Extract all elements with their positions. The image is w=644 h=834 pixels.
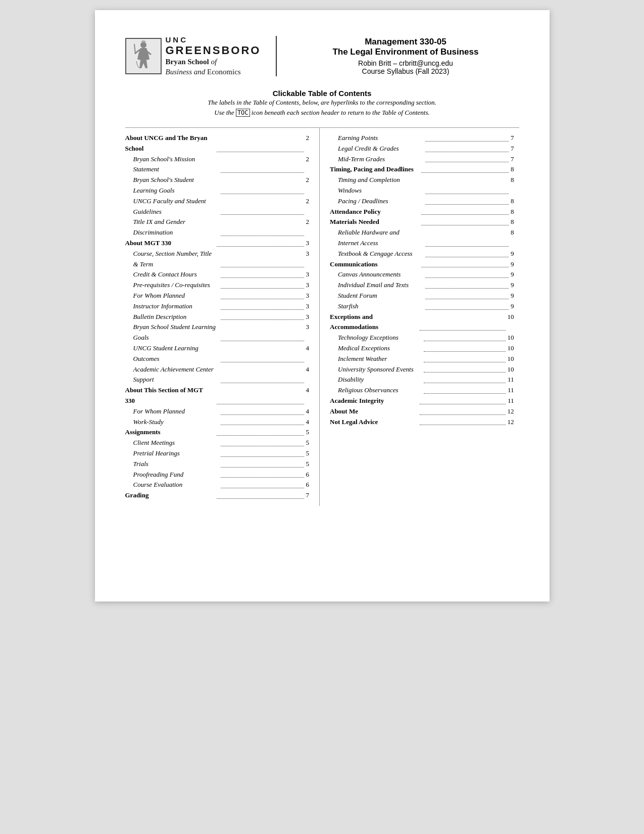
- toc-entry[interactable]: About MGT 3303: [125, 238, 310, 249]
- toc-entry-dots: [420, 396, 506, 404]
- toc-icon: TOC: [236, 109, 250, 117]
- toc-entry[interactable]: Inclement Weather10: [330, 354, 514, 364]
- toc-entry-page: 3: [306, 238, 310, 249]
- page: UNC GREENSBORO Bryan School ofBusiness a…: [95, 10, 550, 601]
- course-title: The Legal Environment of Business: [292, 47, 519, 57]
- toc-entry[interactable]: Bryan School Student Learning Goals3: [125, 322, 310, 343]
- toc-entry-page: 6: [306, 470, 310, 480]
- toc-entry-page: 4: [306, 343, 310, 364]
- toc-entry-dots: [221, 448, 304, 457]
- toc-entry-dots: [424, 354, 506, 362]
- toc-entry[interactable]: UNCG Faculty and Student Guidelines2: [125, 196, 310, 217]
- toc-entry[interactable]: Religious Observances11: [330, 385, 514, 396]
- toc-entry-label: About Me: [330, 406, 418, 417]
- toc-entry[interactable]: About Me12: [330, 406, 514, 417]
- toc-entry-dots: [421, 259, 509, 268]
- toc-entry[interactable]: UNCG Student Learning Outcomes4: [125, 343, 310, 364]
- toc-entry-dots: [217, 427, 304, 436]
- toc-entry-dots: [221, 301, 304, 310]
- toc-entry[interactable]: Mid-Term Grades7: [330, 154, 514, 165]
- toc-entry[interactable]: Exceptions and Accommodations10: [330, 312, 514, 333]
- toc-entry[interactable]: Academic Achievement Center Support4: [125, 364, 310, 386]
- toc-entry[interactable]: Title IX and Gender Discrimination2: [125, 217, 310, 238]
- toc-entry[interactable]: For Whom Planned3: [125, 291, 310, 301]
- toc-entry[interactable]: Not Legal Advice12: [330, 417, 514, 428]
- toc-entry[interactable]: Pre-requisites / Co-requisites3: [125, 280, 310, 291]
- toc-entry-dots: [421, 207, 509, 215]
- toc-entry[interactable]: Instructor Information3: [125, 301, 310, 312]
- toc-entry[interactable]: Legal Credit & Grades7: [330, 144, 514, 154]
- toc-entry[interactable]: Grading7: [125, 490, 310, 501]
- toc-entry[interactable]: Trials5: [125, 459, 310, 470]
- toc-entry-label: For Whom Planned: [125, 291, 219, 301]
- toc-entry[interactable]: Disability11: [330, 375, 514, 385]
- toc-entry-label: Assignments: [125, 427, 215, 438]
- toc-entry[interactable]: For Whom Planned4: [125, 406, 310, 417]
- toc-entry[interactable]: Canvas Announcements9: [330, 269, 514, 280]
- toc-entry-page: 9: [511, 280, 514, 291]
- toc-entry[interactable]: Medical Exceptions10: [330, 343, 514, 354]
- toc-entry[interactable]: Course Evaluation6: [125, 480, 310, 490]
- toc-entry[interactable]: Work-Study4: [125, 417, 310, 428]
- toc-entry-page: 9: [511, 291, 514, 301]
- toc-entry[interactable]: Earning Points7: [330, 133, 514, 144]
- toc-entry-label: About This Section of MGT 330: [125, 385, 215, 406]
- toc-entry[interactable]: Course, Section Number, Title & Term3: [125, 249, 310, 270]
- toc-entry-page: 5: [306, 459, 310, 470]
- toc-entry[interactable]: Pacing / Deadlines8: [330, 196, 514, 207]
- toc-entry-label: Starfish: [330, 301, 423, 312]
- toc-entry[interactable]: Timing and Completion Windows8: [330, 175, 514, 196]
- toc-entry[interactable]: Timing, Pacing and Deadlines8: [330, 164, 514, 175]
- toc-entry[interactable]: University Sponsored Events10: [330, 364, 514, 375]
- toc-entry[interactable]: Assignments5: [125, 427, 310, 438]
- toc-entry-dots: [221, 196, 304, 215]
- toc-entry-page: 3: [306, 312, 310, 322]
- toc-entry-label: Grading: [125, 490, 215, 501]
- toc-entry[interactable]: Starfish9: [330, 301, 514, 312]
- toc-entry-label: UNCG Faculty and Student Guidelines: [125, 196, 219, 217]
- toc-entry[interactable]: Academic Integrity11: [330, 396, 514, 406]
- toc-entry-dots: [420, 312, 506, 331]
- toc-entry-dots: [221, 343, 304, 362]
- toc-entry-dots: [221, 322, 304, 341]
- toc-entry[interactable]: Bryan School's Mission Statement2: [125, 154, 310, 175]
- toc-entry-page: 8: [511, 207, 514, 217]
- toc-entry[interactable]: Communications9: [330, 259, 514, 270]
- toc-entry-page: 9: [511, 259, 514, 270]
- toc-entry-dots: [221, 459, 304, 468]
- toc-entry[interactable]: Attendance Policy8: [330, 207, 514, 217]
- toc-entry[interactable]: Individual Email and Texts9: [330, 280, 514, 291]
- toc-entry-page: 9: [511, 249, 514, 259]
- toc-subtitle: The labels in the Table of Contents, bel…: [125, 98, 519, 117]
- toc-entry-dots: [221, 291, 304, 299]
- toc-entry[interactable]: Materials Needed8: [330, 217, 514, 227]
- toc-entry-label: About UNCG and The Bryan School: [125, 133, 215, 154]
- instructor-name: Robin Britt – crbritt@uncg.edu: [358, 59, 453, 67]
- toc-entry[interactable]: Pretrial Hearings5: [125, 448, 310, 459]
- toc-entry[interactable]: Reliable Hardware and Internet Access8: [330, 227, 514, 249]
- toc-entry[interactable]: Client Meetings5: [125, 438, 310, 448]
- toc-entry-label: Mid-Term Grades: [330, 154, 423, 165]
- toc-entry[interactable]: Bryan School's Student Learning Goals2: [125, 175, 310, 196]
- toc-title: Clickable Table of Contents: [125, 89, 519, 98]
- toc-entry-label: Academic Achievement Center Support: [125, 364, 219, 386]
- toc-entry-page: 2: [306, 217, 310, 238]
- toc-entry[interactable]: Student Forum9: [330, 291, 514, 301]
- toc-subtitle-line1: The labels in the Table of Contents, bel…: [208, 99, 436, 106]
- toc-entry-dots: [420, 406, 506, 415]
- toc-col-left: About UNCG and The Bryan School2Bryan Sc…: [125, 128, 320, 506]
- toc-entry-label: Bryan School Student Learning Goals: [125, 322, 219, 343]
- toc-entry[interactable]: Credit & Contact Hours3: [125, 269, 310, 280]
- toc-entry[interactable]: Technology Exceptions10: [330, 333, 514, 343]
- toc-entry[interactable]: Bulletin Description3: [125, 312, 310, 322]
- minerva-logo: [125, 38, 162, 74]
- toc-entry[interactable]: About This Section of MGT 3304: [125, 385, 310, 406]
- course-info-block: Management 330-05 The Legal Environment …: [292, 37, 519, 75]
- toc-entry-dots: [221, 438, 304, 446]
- toc-entry[interactable]: Proofreading Fund6: [125, 470, 310, 480]
- toc-entry[interactable]: Textbook & Cengage Access9: [330, 249, 514, 259]
- toc-entry-page: 9: [511, 269, 514, 280]
- svg-point-1: [140, 42, 146, 48]
- toc-entry-label: Timing, Pacing and Deadlines: [330, 164, 419, 175]
- toc-entry[interactable]: About UNCG and The Bryan School2: [125, 133, 310, 154]
